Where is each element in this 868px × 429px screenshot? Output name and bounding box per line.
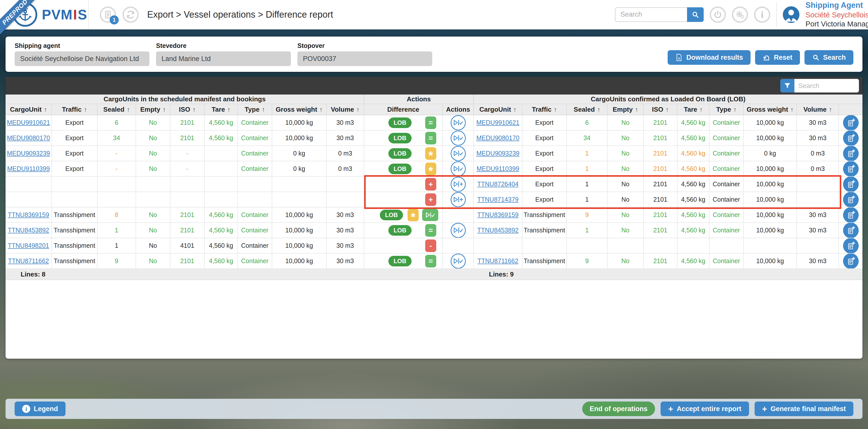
add-to-report-button[interactable] [451,177,466,192]
column-header-tare[interactable]: Tare↑ [678,104,710,115]
column-header-iso[interactable]: ISO↑ [644,104,678,115]
cargo-unit-link[interactable]: TTNU8714379 [477,196,519,203]
reset-button[interactable]: Reset [755,50,800,65]
brand-wordmark: PVMIS [42,6,87,23]
sort-asc-icon: ↑ [665,106,669,113]
column-header-empty[interactable]: Empty↑ [136,104,170,115]
stopover-input[interactable]: POV00037 [298,52,432,66]
funnel-icon [783,82,791,90]
column-header-type[interactable]: Type↑ [710,104,744,115]
stevedore-input[interactable]: Land Marine Ltd [156,52,291,66]
sort-asc-icon: ↑ [127,106,130,113]
column-header-type[interactable]: Type↑ [238,104,272,115]
sort-asc-icon: ↑ [192,106,196,113]
download-results-button[interactable]: x Download results [668,50,750,65]
settings-button[interactable] [732,6,748,23]
cargo-unit-link[interactable]: MEDU9910621 [7,119,50,126]
table-row: TTNU8498201 Transshipment 1 No 4101 4,56… [5,238,863,253]
user-company: Société Seychelloise De [806,10,868,20]
cargo-unit-link[interactable]: TTNU8369159 [8,211,49,218]
stopover-field: Stopover POV00037 [298,42,432,66]
edit-button[interactable] [843,208,859,223]
confirm-lob-button[interactable] [451,223,466,238]
sort-asc-icon: ↑ [319,106,323,113]
global-search-button[interactable] [687,7,704,22]
sort-asc-icon: ↑ [829,106,832,113]
mismatch-difference-badge: * [425,162,436,175]
column-header-traffic[interactable]: Traffic↑ [52,104,97,115]
cargo-unit-link[interactable]: TTNU8369159 [477,211,519,218]
table-filter-button[interactable] [780,79,795,92]
cargo-unit-link[interactable]: TTNU8453892 [8,226,49,234]
logout-button[interactable] [710,6,726,23]
cargo-unit-link[interactable]: MEDU9110399 [7,165,50,173]
cargo-unit-link[interactable]: MEDU9093239 [7,150,50,157]
reset-icon [763,54,770,61]
column-header-cargounit[interactable]: CargoUnit↑ [474,104,523,115]
group-header-row: CargoUnits in the scheduled manifest and… [5,94,863,104]
column-header-tare[interactable]: Tare↑ [205,104,238,115]
column-header-volume[interactable]: Volume↑ [797,104,839,115]
top-header: PREPROD PVMIS 1 Export > Vessel operatio… [0,0,868,30]
mismatch-difference-badge: * [425,147,436,160]
column-header-cargounit[interactable]: CargoUnit↑ [5,104,52,115]
add-document-icon [846,256,856,266]
cargo-unit-link[interactable]: TTNU8711662 [477,257,518,265]
confirm-lob-button[interactable] [451,161,466,177]
equal-difference-badge: = [425,255,436,268]
edit-button[interactable] [843,253,859,269]
edit-button[interactable] [843,130,859,146]
cargo-unit-link[interactable]: TTNU8711662 [8,257,49,265]
equal-difference-badge: = [425,117,436,129]
lob-status-badge: LOB [380,210,403,220]
cargo-unit-link[interactable]: TTNU8453892 [477,226,519,234]
lob-status-badge: LOB [389,225,411,236]
edit-button[interactable] [843,161,859,177]
edit-button[interactable] [843,115,859,130]
column-header-empty[interactable]: Empty↑ [608,104,644,115]
confirm-lob-button[interactable] [451,146,466,161]
cargo-unit-link[interactable]: MEDU9910621 [476,119,520,126]
info-button[interactable]: i [754,6,770,23]
user-info[interactable]: Shipping Agent Société Seychelloise De P… [806,0,868,29]
edit-button[interactable] [843,238,859,253]
column-header-iso[interactable]: ISO↑ [170,104,205,115]
legend-button[interactable]: iLegend [14,401,65,416]
column-header-sealed[interactable]: Sealed↑ [97,104,136,115]
accept-entire-report-button[interactable]: +Accept entire report [660,401,749,416]
sort-asc-icon: ↑ [700,106,703,113]
column-header-volume[interactable]: Volume↑ [327,104,364,115]
confirm-lob-button[interactable] [451,130,466,146]
cargo-unit-link[interactable]: MEDU9093239 [476,150,520,157]
edit-button[interactable] [843,146,859,161]
notifications-button[interactable]: 1 [100,6,116,23]
cargo-unit-link[interactable]: MEDU9110399 [476,165,519,173]
confirm-lob-button[interactable] [451,253,466,269]
column-header-sealed[interactable]: Sealed↑ [567,104,608,115]
edit-button[interactable] [843,192,859,208]
removed-difference-badge: - [425,240,436,252]
cargo-unit-link[interactable]: TTNU8498201 [8,242,49,249]
shipping-agent-input[interactable]: Société Seychelloise De Navigation Ltd [14,52,150,66]
cargo-unit-link[interactable]: MEDU9080170 [7,134,50,142]
play-plus-icon [453,181,463,187]
global-search-input[interactable] [615,7,687,22]
refresh-button[interactable] [123,6,138,23]
avatar[interactable] [783,6,800,23]
filter-search-button[interactable]: Search [805,50,854,65]
bottom-action-bar: iLegend End of operations +Accept entire… [5,399,863,419]
group-actions: Actions [364,94,474,104]
column-header-gross-weight[interactable]: Gross weight↑ [744,104,797,115]
cargo-unit-link[interactable]: TTNU8726404 [477,181,519,188]
generate-final-manifest-button[interactable]: +Generate final manifest [754,401,854,416]
edit-button[interactable] [843,177,859,192]
table-search-input[interactable] [795,79,859,92]
edit-button[interactable] [843,223,859,238]
column-header-traffic[interactable]: Traffic↑ [523,104,567,115]
notification-count-badge: 1 [110,16,119,25]
cargo-unit-link[interactable]: MEDU9080170 [476,134,520,142]
add-to-report-button[interactable] [451,192,466,207]
end-of-operations-button[interactable]: End of operations [582,401,655,416]
confirm-lob-button[interactable] [451,115,466,130]
column-header-gross-weight[interactable]: Gross weight↑ [272,104,327,115]
